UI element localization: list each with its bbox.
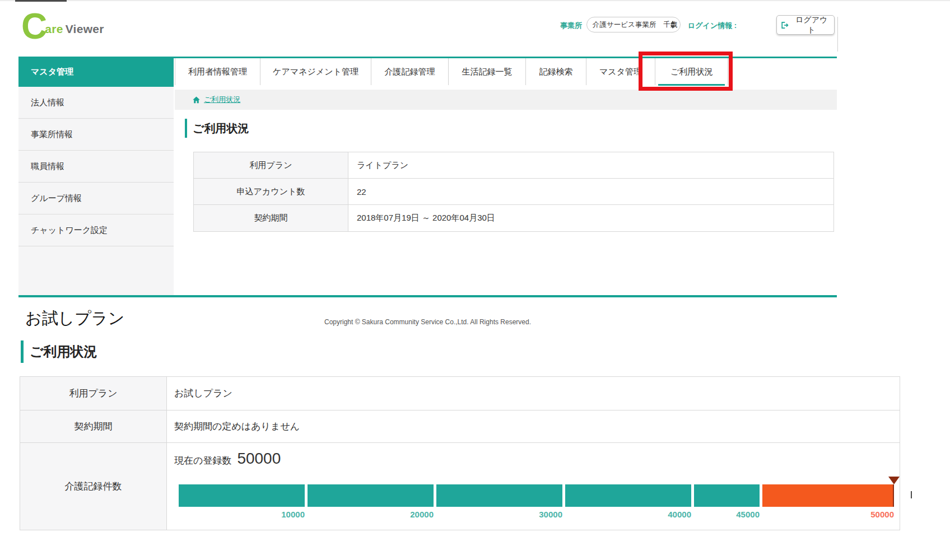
tab-5[interactable]: 記録検索 [526,58,586,85]
text-cursor-artifact [911,491,912,498]
bar-tick-row: 100002000030000400004500050000 [179,510,894,519]
select-arrows-icon [670,21,675,29]
bar-segment-5 [694,484,760,507]
office-select-value: 介護サービス事業所 千歳 [593,20,677,30]
tab-3[interactable]: 介護記録管理 [371,58,449,85]
bar-tick-label-30000: 30000 [436,510,562,519]
sidebar-item-1[interactable]: 法人情報 [18,87,174,119]
logo-are: are [45,22,63,35]
trial_section-row-1-label: 利用プラン [20,377,167,410]
tab-1[interactable]: 利用者情報管理 [175,58,260,85]
usage_section-row-2-value: 22 [348,179,833,204]
trial_section-row-3-label: 介護記録件数 [20,443,167,530]
tab-6[interactable]: マスタ管理 [586,58,655,85]
bar-tick-label-45000: 45000 [694,510,760,519]
registration-count-value: 50000 [237,450,281,468]
bar-tick-label-20000: 20000 [308,510,434,519]
trial-table: 利用プランお試しプラン契約期間契約期間の定めはありません介護記録件数現在の登録数… [20,376,900,530]
bar-marker-line [893,484,894,507]
bar-segment-3 [436,484,562,507]
window-top-edge-dark [15,0,67,2]
trial_section-row-1-value: お試しプラン [167,377,900,410]
logo-c-mark: C [21,9,47,44]
bar-tick-label-50000: 50000 [762,510,894,519]
trial_section-row-2-value: 契約期間の定めはありません [167,410,900,442]
usage_section-row-2: 申込アカウント数22 [194,179,833,205]
app-logo: C areViewer [21,9,104,44]
trial-page-title-text: ご利用状況 [30,343,97,361]
logo-viewer: Viewer [66,22,104,35]
sidebar-menu: 法人情報事業所情報職員情報グループ情報チャットワーク設定 [18,87,174,295]
usage_section-row-3-label: 契約期間 [194,205,348,231]
trial_section-row-3: 介護記録件数現在の登録数5000010000200003000040000450… [20,443,900,530]
sidebar: マスタ管理 法人情報事業所情報職員情報グループ情報チャットワーク設定 [18,57,174,295]
usage_section-row-1-value: ライトプラン [348,152,833,178]
registration-count-line: 現在の登録数50000 [174,450,900,468]
trial_section-row-1: 利用プランお試しプラン [20,377,900,410]
usage_section-row-1: 利用プランライトプラン [194,152,833,179]
sidebar-item-2[interactable]: 事業所情報 [18,119,174,151]
office-select[interactable]: 介護サービス事業所 千歳 [586,17,681,32]
usage_section-row-1-label: 利用プラン [194,152,348,178]
breadcrumb-home-link[interactable]: ご利用状況 [192,95,240,105]
bar-segment-6 [762,484,894,507]
logout-button[interactable]: ログアウト [776,15,835,35]
home-icon [192,96,201,104]
bar-segment-4 [565,484,691,507]
trial_section-row-3-value: 現在の登録数5000010000200003000040000450005000… [167,443,900,530]
logout-label: ログアウト [792,15,831,35]
logo-text: areViewer [45,22,104,36]
sidebar-item-4[interactable]: グループ情報 [18,183,174,214]
usage-bar [179,484,894,507]
window-top-edge [0,0,950,1]
tab-7-active[interactable]: ご利用状況 [655,58,728,85]
usage-table: 利用プランライトプラン申込アカウント数22契約期間2018年07月19日 ～ 2… [193,152,834,232]
usage-page-title: ご利用状況 [185,119,249,138]
tab-2[interactable]: ケアマネジメント管理 [260,58,371,85]
trial-page-title: ご利用状況 [21,340,97,363]
sidebar-item-5[interactable]: チャットワーク設定 [18,214,174,246]
usage_section-row-2-label: 申込アカウント数 [194,179,348,204]
bar-segment-2 [308,484,434,507]
bar-segment-1 [179,484,305,507]
nav-tabs: 利用者情報管理ケアマネジメント管理介護記録管理生活記録一覧記録検索マスタ管理ご利… [175,58,728,85]
bar-tick-label-10000: 10000 [179,510,305,519]
sidebar-header: マスタ管理 [18,57,174,87]
trial_section-row-2: 契約期間契約期間の定めはありません [20,410,900,443]
copyright-text: Copyright © Sakura Community Service Co.… [18,318,837,326]
page: C areViewer 事業所 介護サービス事業所 千歳 ログイン情報 : ログ… [0,0,950,560]
trial_section-row-2-label: 契約期間 [20,410,167,442]
usage-page-title-text: ご利用状況 [193,121,249,136]
usage_section-row-3: 契約期間2018年07月19日 ～ 2020年04月30日 [194,205,833,231]
usage_section-row-3-value: 2018年07月19日 ～ 2020年04月30日 [348,205,833,231]
registration-count-label: 現在の登録数 [174,454,231,467]
sidebar-item-3[interactable]: 職員情報 [18,151,174,183]
bar-tick-label-40000: 40000 [565,510,691,519]
office-label: 事業所 [560,21,582,31]
tab-4[interactable]: 生活記録一覧 [449,58,526,85]
breadcrumb-label: ご利用状況 [204,95,240,105]
breadcrumb: ご利用状況 [175,90,837,110]
sign-out-icon [780,21,789,30]
bar-marker-icon [888,477,900,484]
footer-divider [18,295,837,297]
window-right-edge [837,17,838,52]
login-info-label: ログイン情報 : [688,21,737,31]
